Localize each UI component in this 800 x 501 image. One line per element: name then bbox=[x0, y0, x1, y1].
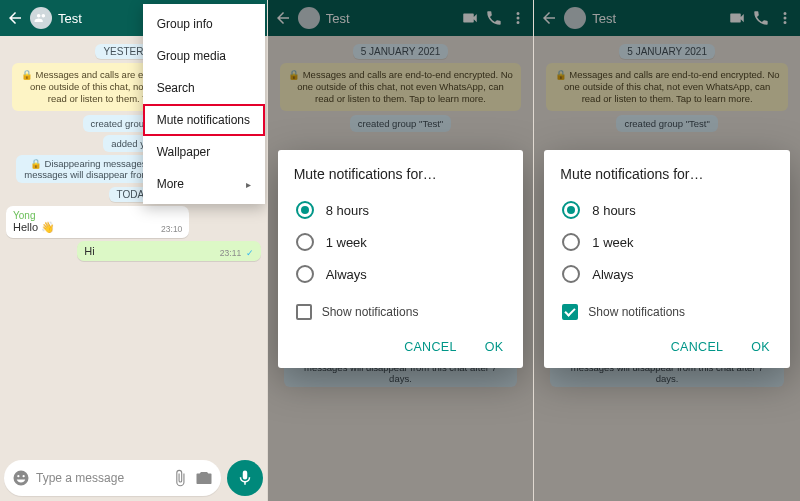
menu-group-media[interactable]: Group media bbox=[143, 40, 265, 72]
video-call-icon[interactable] bbox=[728, 9, 746, 27]
date-chip: 5 JANUARY 2021 bbox=[619, 44, 715, 59]
menu-wallpaper[interactable]: Wallpaper bbox=[143, 136, 265, 168]
option-always[interactable]: Always bbox=[560, 258, 774, 290]
attach-icon[interactable] bbox=[171, 469, 189, 487]
encryption-notice: 🔒 Messages and calls are end-to-end encr… bbox=[546, 63, 788, 111]
read-tick-icon: ✓ bbox=[243, 248, 254, 258]
show-notifications-checkbox[interactable]: Show notifications bbox=[294, 300, 508, 324]
checkbox-icon bbox=[562, 304, 578, 320]
message-time: 23:10 bbox=[161, 224, 182, 234]
encryption-notice: 🔒 Messages and calls are end-to-end encr… bbox=[280, 63, 522, 111]
menu-search[interactable]: Search bbox=[143, 72, 265, 104]
date-chip: 5 JANUARY 2021 bbox=[353, 44, 449, 59]
pane-dialog-unchecked: Test 5 JANUARY 2021 🔒 Messages and calls… bbox=[267, 0, 534, 501]
dialog-title: Mute notifications for… bbox=[294, 166, 508, 182]
chat-title[interactable]: Test bbox=[592, 11, 616, 26]
option-1-week[interactable]: 1 week bbox=[294, 226, 508, 258]
video-call-icon[interactable] bbox=[461, 9, 479, 27]
voice-call-icon[interactable] bbox=[485, 9, 503, 27]
sender-name: Yong bbox=[13, 210, 182, 221]
group-avatar[interactable] bbox=[298, 7, 320, 29]
composer: Type a message bbox=[4, 459, 263, 497]
incoming-message[interactable]: Yong Hello 👋 23:10 bbox=[6, 206, 189, 238]
option-8-hours[interactable]: 8 hours bbox=[294, 194, 508, 226]
camera-icon[interactable] bbox=[195, 469, 213, 487]
back-icon[interactable] bbox=[6, 9, 24, 27]
cancel-button[interactable]: CANCEL bbox=[667, 334, 728, 360]
menu-more[interactable]: More▸ bbox=[143, 168, 265, 200]
option-1-week[interactable]: 1 week bbox=[560, 226, 774, 258]
mute-dialog: Mute notifications for… 8 hours 1 week A… bbox=[544, 150, 790, 368]
app-bar: Test bbox=[268, 0, 534, 36]
show-notifications-checkbox[interactable]: Show notifications bbox=[560, 300, 774, 324]
mute-dialog: Mute notifications for… 8 hours 1 week A… bbox=[278, 150, 524, 368]
radio-icon bbox=[296, 265, 314, 283]
ok-button[interactable]: OK bbox=[481, 334, 508, 360]
cancel-button[interactable]: CANCEL bbox=[400, 334, 461, 360]
menu-mute-notifications[interactable]: Mute notifications bbox=[143, 104, 265, 136]
pane-menu: Test YESTERDAY 🔒 Messages and calls are … bbox=[0, 0, 267, 501]
pane-dialog-checked: Test 5 JANUARY 2021 🔒 Messages and calls… bbox=[533, 0, 800, 501]
radio-icon bbox=[296, 201, 314, 219]
menu-group-info[interactable]: Group info bbox=[143, 8, 265, 40]
voice-call-icon[interactable] bbox=[752, 9, 770, 27]
input-placeholder: Type a message bbox=[36, 471, 165, 485]
radio-icon bbox=[296, 233, 314, 251]
option-8-hours[interactable]: 8 hours bbox=[560, 194, 774, 226]
radio-icon bbox=[562, 265, 580, 283]
more-icon[interactable] bbox=[509, 9, 527, 27]
group-avatar[interactable] bbox=[30, 7, 52, 29]
system-msg: created group "Test" bbox=[616, 115, 717, 132]
back-icon[interactable] bbox=[274, 9, 292, 27]
message-text: Hello 👋 bbox=[13, 221, 55, 233]
more-icon[interactable] bbox=[776, 9, 794, 27]
chat-title[interactable]: Test bbox=[58, 11, 82, 26]
dialog-title: Mute notifications for… bbox=[560, 166, 774, 182]
checkbox-icon bbox=[296, 304, 312, 320]
ok-button[interactable]: OK bbox=[747, 334, 774, 360]
app-bar: Test bbox=[534, 0, 800, 36]
system-msg: created group "Test" bbox=[350, 115, 451, 132]
group-avatar[interactable] bbox=[564, 7, 586, 29]
emoji-icon[interactable] bbox=[12, 469, 30, 487]
message-time: 23:11 ✓ bbox=[220, 248, 254, 258]
message-input[interactable]: Type a message bbox=[4, 460, 221, 496]
message-text: Hi bbox=[84, 245, 94, 257]
chevron-right-icon: ▸ bbox=[246, 179, 251, 190]
voice-button[interactable] bbox=[227, 460, 263, 496]
outgoing-message[interactable]: Hi 23:11 ✓ bbox=[77, 241, 260, 261]
overflow-menu: Group info Group media Search Mute notif… bbox=[143, 4, 265, 204]
radio-icon bbox=[562, 201, 580, 219]
back-icon[interactable] bbox=[540, 9, 558, 27]
radio-icon bbox=[562, 233, 580, 251]
option-always[interactable]: Always bbox=[294, 258, 508, 290]
chat-title[interactable]: Test bbox=[326, 11, 350, 26]
